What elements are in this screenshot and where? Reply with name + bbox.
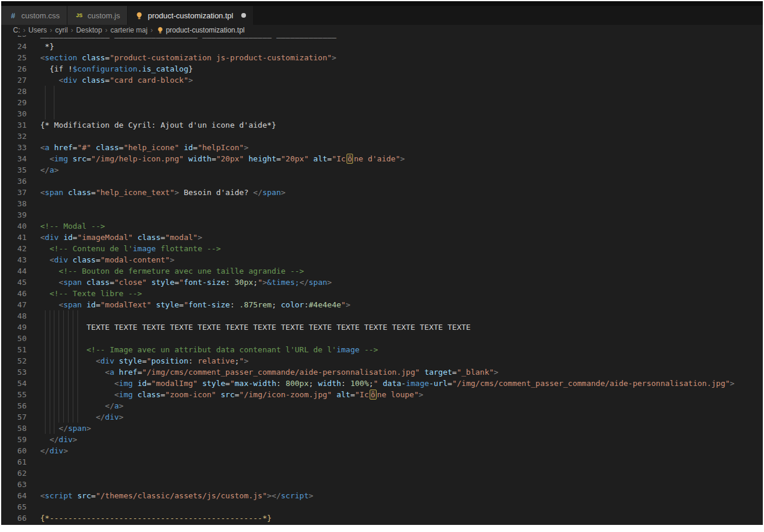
code-line-46[interactable]: 46 <!-- Texte libre --> [1, 288, 763, 299]
line-number[interactable]: 64 [1, 490, 27, 501]
code-content[interactable]: <!-- Contenu de l'image flottante --> [40, 243, 763, 254]
line-number[interactable]: 35 [1, 164, 27, 176]
line-number[interactable]: 62 [1, 468, 27, 479]
line-number[interactable]: 44 [1, 265, 27, 277]
line-number[interactable]: 46 [1, 288, 27, 299]
line-number[interactable]: 55 [1, 389, 27, 400]
line-number[interactable]: 47 [1, 299, 27, 310]
code-content[interactable]: <!-- Bouton de fermeture avec une taille… [40, 265, 763, 277]
line-number[interactable]: 42 [1, 243, 27, 254]
code-content[interactable] [40, 131, 763, 142]
code-line-57[interactable]: 57 </div> [1, 411, 763, 423]
code-line-41[interactable]: 41<div id="imageModal" class="modal"> [1, 232, 763, 243]
code-line-31[interactable]: 31{* Modification de Cyril: Ajout d'un i… [1, 119, 763, 131]
code-line-64[interactable]: 64<script src="/themes/classic/assets/js… [1, 490, 763, 501]
code-line-39[interactable]: 39 [1, 209, 763, 220]
code-content[interactable]: <img class="zoom-icon" src="/img/icon-zo… [40, 389, 763, 400]
breadcrumb-segment[interactable]: Users [27, 26, 48, 34]
code-line-56[interactable]: 56 </a> [1, 400, 763, 411]
code-line-60[interactable]: 60</div> [1, 445, 763, 456]
breadcrumb-segment[interactable]: carterie maj [109, 26, 149, 34]
code-content[interactable]: <div class="card card-block"> [40, 74, 763, 86]
code-content[interactable] [40, 501, 763, 512]
code-content[interactable]: <span id="modalText" style="font-size: .… [40, 299, 763, 310]
code-line-43[interactable]: 43 <div class="modal-content"> [1, 254, 763, 265]
code-line-33[interactable]: 33<a href="#" class="help_icone" id="hel… [1, 142, 763, 153]
code-line-53[interactable]: 53 <a href="/img/cms/comment_passer_comm… [1, 366, 763, 378]
tab-custom-css[interactable]: # custom.css [1, 6, 67, 25]
code-content[interactable] [40, 209, 763, 220]
line-number[interactable]: 30 [1, 108, 27, 119]
code-content[interactable]: <img id="modalImg" style="max-width: 800… [40, 378, 763, 389]
line-number[interactable]: 29 [1, 97, 27, 108]
code-line-24[interactable]: 24 *} [1, 41, 763, 52]
line-number[interactable]: 37 [1, 187, 27, 198]
breadcrumb-segment[interactable]: Desktop [75, 26, 103, 34]
breadcrumb-segment[interactable]: C: [12, 26, 21, 34]
code-content[interactable]: {if !$configuration.is_catalog} [40, 63, 763, 74]
code-line-51[interactable]: 51 <!-- Image avec un attribut data cont… [1, 344, 763, 355]
code-line-52[interactable]: 52 <div style="position: relative;"> [1, 355, 763, 366]
tab-product-customization-tpl[interactable]: product-customization.tpl [128, 6, 254, 25]
code-content[interactable]: *} [40, 41, 763, 52]
code-content[interactable]: <span class="help_icone_text"> Besoin d'… [40, 187, 763, 198]
code-content[interactable]: </div> [40, 411, 763, 423]
code-line-59[interactable]: 59 </div> [1, 434, 763, 445]
line-number[interactable]: 49 [1, 322, 27, 333]
code-content[interactable]: {*--------------------------------------… [40, 512, 763, 524]
line-number[interactable]: 38 [1, 198, 27, 209]
code-line-54[interactable]: 54 <img id="modalImg" style="max-width: … [1, 378, 763, 389]
code-content[interactable] [40, 176, 763, 187]
code-line-35[interactable]: 35</a> [1, 164, 763, 176]
line-number[interactable]: 59 [1, 434, 27, 445]
code-line-61[interactable]: 61 [1, 456, 763, 468]
code-content[interactable]: <img src="/img/help-icon.png" width="20p… [40, 153, 763, 164]
code-line-32[interactable]: 32 [1, 131, 763, 142]
code-content[interactable]: <div style="position: relative;"> [40, 355, 763, 366]
code-content[interactable]: <!-- Modal --> [40, 220, 763, 232]
line-number[interactable]: 57 [1, 411, 27, 423]
tab-custom-js[interactable]: JS custom.js [67, 6, 128, 25]
line-number[interactable]: 58 [1, 423, 27, 434]
code-line-58[interactable]: 58 </span> [1, 423, 763, 434]
code-content[interactable]: </a> [40, 164, 763, 176]
code-content[interactable]: <!-- Image avec un attribut data contena… [40, 344, 763, 355]
code-line-36[interactable]: 36 [1, 176, 763, 187]
code-content[interactable]: {* Modification de Cyril: Ajout d'un ico… [40, 119, 763, 131]
line-number[interactable]: 25 [1, 52, 27, 63]
code-content[interactable]: <script src="/themes/classic/assets/js/c… [40, 490, 763, 501]
line-number[interactable]: 27 [1, 74, 27, 86]
code-content[interactable]: TEXTE TEXTE TEXTE TEXTE TEXTE TEXTE TEXT… [40, 322, 763, 333]
code-line-40[interactable]: 40<!-- Modal --> [1, 220, 763, 232]
code-content[interactable] [40, 468, 763, 479]
code-line-38[interactable]: 38 [1, 198, 763, 209]
line-number[interactable]: 43 [1, 254, 27, 265]
code-line-48[interactable]: 48 [1, 310, 763, 322]
line-number[interactable]: 60 [1, 445, 27, 456]
line-number[interactable]: 40 [1, 220, 27, 232]
code-line-62[interactable]: 62 [1, 468, 763, 479]
code-line-25[interactable]: 25<section class="product-customization … [1, 52, 763, 63]
code-content[interactable]: <a href="/img/cms/comment_passer_command… [40, 366, 763, 378]
code-content[interactable] [40, 310, 763, 322]
code-content[interactable] [40, 97, 763, 108]
code-line-26[interactable]: 26 {if !$configuration.is_catalog} [1, 63, 763, 74]
code-line-49[interactable]: 49 TEXTE TEXTE TEXTE TEXTE TEXTE TEXTE T… [1, 322, 763, 333]
line-number[interactable]: 26 [1, 63, 27, 74]
line-number[interactable]: 32 [1, 131, 27, 142]
line-number[interactable]: 63 [1, 479, 27, 490]
code-content[interactable]: <div id="imageModal" class="modal"> [40, 232, 763, 243]
code-line-55[interactable]: 55 <img class="zoom-icon" src="/img/icon… [1, 389, 763, 400]
breadcrumb-segment[interactable]: cyril [54, 26, 69, 34]
code-content[interactable] [40, 198, 763, 209]
code-line-50[interactable]: 50 [1, 333, 763, 344]
code-line-37[interactable]: 37<span class="help_icone_text"> Besoin … [1, 187, 763, 198]
line-number[interactable]: 54 [1, 378, 27, 389]
line-number[interactable]: 56 [1, 400, 27, 411]
code-line-45[interactable]: 45 <span class="close" style="font-size:… [1, 277, 763, 288]
line-number[interactable]: 50 [1, 333, 27, 344]
line-number[interactable]: 28 [1, 86, 27, 97]
code-line-27[interactable]: 27 <div class="card card-block"> [1, 74, 763, 86]
code-line-34[interactable]: 34 <img src="/img/help-icon.png" width="… [1, 153, 763, 164]
code-content[interactable] [40, 108, 763, 119]
